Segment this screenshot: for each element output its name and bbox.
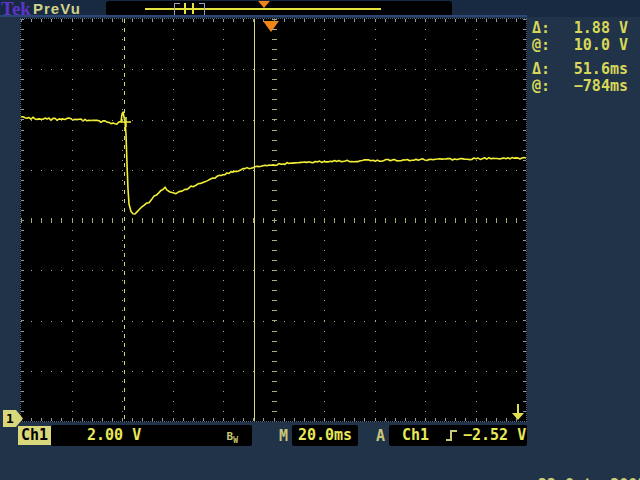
voltage-at-value: 10.0 V	[574, 37, 628, 54]
time-at-value: −784ms	[574, 78, 628, 95]
at-symbol: @:	[532, 37, 556, 54]
center-horizontal-axis	[21, 218, 526, 223]
edge-ticks	[21, 19, 24, 421]
vbar-cursor-2[interactable]	[254, 19, 255, 421]
cursor-readouts: Δ: 1.88 V @: 10.0 V Δ: 51.6ms @: −784ms	[532, 20, 628, 95]
voltage-delta-value: 1.88 V	[574, 20, 628, 37]
timebase-readout: 20.0ms	[292, 425, 358, 446]
delta-symbol: Δ:	[532, 61, 556, 78]
delta-symbol: Δ:	[532, 20, 556, 37]
header-divider	[0, 15, 527, 17]
datetime-readout: 22 Oct 2001 16:33:22	[538, 448, 640, 480]
edge-ticks	[21, 418, 526, 421]
record-length-line	[145, 8, 381, 10]
channel1-badge: Ch1	[18, 426, 51, 445]
channel1-scale-value: 2.00 V	[87, 425, 141, 446]
readout-time-at: @: −784ms	[532, 78, 628, 95]
readout-time-delta: Δ: 51.6ms	[532, 61, 628, 78]
bandwidth-limit-icon: BW	[227, 426, 238, 451]
at-symbol: @:	[532, 78, 556, 95]
tek-logo: Tek	[1, 0, 31, 20]
trigger-source: Ch1	[402, 425, 429, 446]
trigger-mode-label: A	[376, 427, 385, 445]
rising-edge-slope-icon	[445, 428, 459, 443]
readout-voltage-at: @: 10.0 V	[532, 37, 628, 54]
record-view-bar	[106, 1, 452, 16]
record-cursor1-tick	[184, 3, 186, 14]
graticule	[20, 18, 527, 422]
main-timebase-label: M	[279, 427, 288, 445]
time-delta-value: 51.6ms	[574, 61, 628, 78]
status-bar: Ch1 2.00 V BW M 20.0ms A Ch1 −2.52 V	[0, 424, 640, 448]
vbar-cursor-1[interactable]	[124, 19, 125, 421]
bw-sub: W	[233, 436, 238, 445]
trigger-readout: Ch1 −2.52 V	[389, 425, 527, 446]
trigger-level-value: −2.52 V	[463, 425, 526, 446]
edge-ticks	[523, 19, 526, 421]
channel1-scale-readout: 2.00 V BW	[51, 425, 252, 446]
edge-ticks	[21, 19, 526, 22]
oscilloscope-screen: Tek PreVu 1 Δ: 1.88 V @: 10.0 V	[0, 0, 640, 480]
record-cursor2-tick	[192, 3, 194, 14]
arrow-stem	[517, 404, 519, 413]
readout-voltage-delta: Δ: 1.88 V	[532, 20, 628, 37]
record-trigger-position-icon	[258, 1, 270, 8]
